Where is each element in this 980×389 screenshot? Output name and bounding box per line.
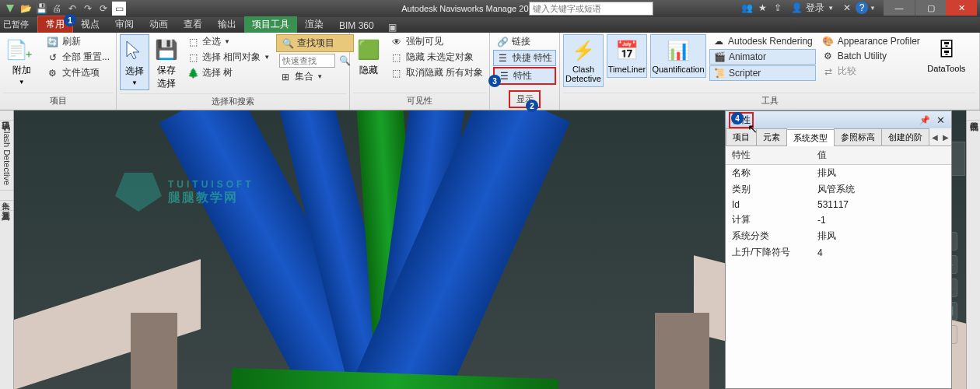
properties-header[interactable]: 特性 📌 ✕ — [726, 111, 951, 128]
property-row[interactable]: 名称排风 — [726, 165, 951, 182]
hide-button[interactable]: 🟩 隐藏 — [353, 34, 384, 80]
quantification-button[interactable]: 📊 Quantification — [650, 34, 706, 78]
login-button[interactable]: 👤登录▼ — [786, 2, 838, 15]
undo-icon[interactable]: ↶ — [65, 2, 79, 16]
callout-1: 1 — [64, 14, 76, 26]
property-row[interactable]: 上升/下降符号4 — [726, 244, 951, 261]
appearance-profiler-button[interactable]: 🎨Appearance Profiler — [819, 34, 923, 48]
ribbon-tab-anim[interactable]: 动画 — [142, 16, 176, 33]
ribbon-tab-itemtools[interactable]: 项目工具 — [244, 16, 297, 33]
select-same-button[interactable]: ⬚选择 相同对象▼ — [184, 50, 273, 65]
quick-props-button[interactable]: ☰快捷 特性 — [493, 50, 556, 66]
rendering-button[interactable]: ☁Autodesk Rendering — [709, 34, 816, 48]
3d-viewport[interactable]: TUITUISOFT 腿腿教学网 ◎ ✋ 🔍 🔄 👁 特性 📌 ✕ 项目 元素 … — [14, 110, 966, 389]
property-row[interactable]: 类别风管系统 — [726, 181, 951, 198]
print-icon[interactable]: 🖨 — [50, 2, 64, 16]
panel-tools: ⚡ Clash Detective 📅 TimeLiner 📊 Quantifi… — [560, 33, 980, 110]
ribbon-tab-render[interactable]: 渲染 — [297, 16, 331, 33]
search-icon[interactable]: 🔍 — [338, 54, 351, 67]
force-visible-button[interactable]: 👁强制可见 — [387, 34, 486, 49]
ribbon-tab-output[interactable]: 输出 — [210, 16, 244, 33]
select-all-button[interactable]: ⬚全选▼ — [184, 34, 273, 49]
save-icon[interactable]: 💾 — [34, 2, 48, 16]
refresh-icon[interactable]: ⟳ — [96, 2, 110, 16]
property-row[interactable]: Id531117 — [726, 198, 951, 212]
panel-select: 选择▼ 💾 保存 选择 ⬚全选▼ ⬚选择 相同对象▼ 🌲选择 树 🔍查找项目 🔍… — [117, 33, 350, 110]
ribbon-help-icon[interactable]: ▣ — [388, 22, 397, 33]
prop-tab-phase[interactable]: 创建的阶 — [881, 128, 929, 145]
batch-icon: ⚙ — [822, 50, 835, 62]
prop-tab-item[interactable]: 项目 — [726, 128, 757, 145]
quant-icon: 📊 — [666, 38, 691, 63]
pointer-icon[interactable]: ▭ — [112, 2, 126, 16]
selection-tree-button[interactable]: 🌲选择 树 — [184, 65, 273, 80]
ribbon-tab-view[interactable]: 视点 — [73, 16, 107, 33]
ribbon-tab-bim360[interactable]: BIM 360 — [331, 19, 382, 33]
maximize-button[interactable]: ▢ — [915, 0, 946, 16]
minimize-button[interactable]: — — [884, 0, 915, 16]
datatools-button[interactable]: 🗄 DataTools — [926, 34, 967, 76]
tree-icon: 🌲 — [187, 67, 199, 79]
link-icon: 🔗 — [496, 36, 509, 48]
help-icon[interactable]: ? — [856, 2, 868, 14]
side-tab-clash[interactable]: Clash Detective — [0, 121, 13, 191]
share-icon[interactable]: ⇪ — [771, 1, 785, 15]
redo-icon[interactable]: ↷ — [81, 2, 95, 16]
file-options-button[interactable]: ⚙文件选项 — [44, 65, 113, 80]
attach-button[interactable]: 📄＋ 附加 ▼ — [3, 34, 40, 89]
find-items-button[interactable]: 🔍查找项目 — [276, 34, 354, 52]
pause-label: 已暂停 — [3, 19, 29, 30]
hide-unselected-button[interactable]: ⬚隐藏 未选定对象 — [387, 50, 486, 65]
ribbon-tab-look[interactable]: 查看 — [176, 16, 210, 33]
reset-button[interactable]: ↺全部 重置... — [44, 50, 113, 65]
side-tab-sets[interactable]: 集合 — [0, 191, 13, 201]
scripter-button[interactable]: 📜Scripter — [709, 65, 816, 81]
links-button[interactable]: 🔗链接 — [493, 34, 556, 49]
compare-button[interactable]: ⇄比较 — [819, 64, 923, 79]
app-menu-icon[interactable] — [3, 2, 17, 16]
geometry-column — [131, 313, 177, 389]
ribbon-tab-review[interactable]: 审阅 — [107, 16, 142, 33]
animator-button[interactable]: 🎬Animator — [709, 49, 816, 65]
quick-find-row: 🔍 — [276, 53, 354, 68]
pin-icon[interactable]: 📌 — [916, 115, 933, 125]
side-tab-measure[interactable]: 测量工具 — [0, 201, 13, 211]
watermark: TUITUISOFT 腿腿教学网 — [115, 173, 254, 212]
prop-tab-element[interactable]: 元素 — [756, 128, 787, 145]
prop-tab-systemtype[interactable]: 系统类型 — [786, 129, 835, 146]
select-button[interactable]: 选择▼ — [120, 34, 149, 90]
refresh-button[interactable]: 🔄刷新 — [44, 34, 113, 49]
property-row[interactable]: 计算-1 — [726, 212, 951, 228]
close-button[interactable]: ✕ — [946, 0, 977, 16]
properties-button[interactable]: ☰特性 — [493, 67, 556, 85]
save-selection-button[interactable]: 💾 保存 选择 — [152, 34, 180, 93]
unhide-all-button[interactable]: ⬚取消隐藏 所有对象 — [387, 65, 486, 80]
clash-detective-button[interactable]: ⚡ Clash Detective — [563, 34, 604, 87]
quick-find-input[interactable] — [279, 54, 335, 68]
geometry-column — [655, 313, 709, 389]
exchange-icon[interactable]: ✕ — [840, 1, 854, 15]
tab-scroll-right[interactable]: ▶ — [940, 133, 951, 142]
sets-button[interactable]: ⊞集合▼ — [276, 69, 354, 84]
close-panel-button[interactable]: ✕ — [933, 114, 948, 126]
infocenter-icon[interactable]: 👥 — [740, 1, 754, 15]
timeliner-button[interactable]: 📅 TimeLiner — [607, 34, 647, 78]
col-property: 特性 — [726, 146, 811, 165]
side-tab-savedviews[interactable]: 保存的视点 — [967, 110, 980, 121]
open-icon[interactable]: 📂 — [19, 2, 33, 16]
side-tab-tree[interactable]: 项目目录 — [0, 110, 13, 121]
keyword-search-input[interactable] — [529, 2, 653, 16]
tab-scroll-left[interactable]: ◀ — [929, 133, 940, 142]
save-sel-icon: 💾 — [154, 37, 179, 62]
sidebar-left: 项目目录 Clash Detective 集合 测量工具 — [0, 110, 14, 389]
prop-key: 系统分类 — [726, 228, 811, 244]
star-icon[interactable]: ★ — [755, 1, 769, 15]
callout-4: 4 — [731, 112, 744, 124]
panel-project: 📄＋ 附加 ▼ 🔄刷新 ↺全部 重置... ⚙文件选项 项目 — [0, 33, 117, 110]
prop-tab-reflevel[interactable]: 参照标高 — [834, 128, 882, 145]
prop-value: 风管系统 — [811, 181, 951, 198]
batch-utility-button[interactable]: ⚙Batch Utility — [819, 49, 923, 63]
property-row[interactable]: 系统分类排风 — [726, 228, 951, 244]
workspace: 项目目录 Clash Detective 集合 测量工具 TUITUISOFT … — [0, 110, 980, 389]
svg-marker-0 — [6, 5, 14, 12]
